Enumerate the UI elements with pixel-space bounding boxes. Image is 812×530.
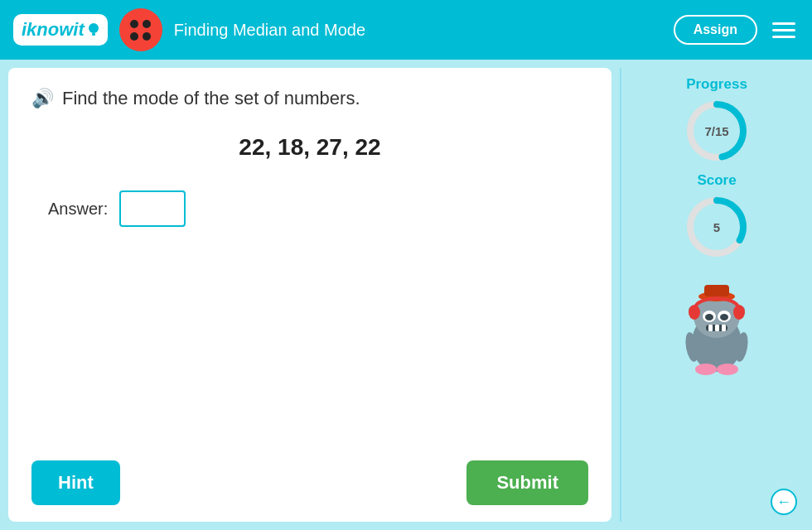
svg-point-15 [720,314,728,320]
logo-text: iknowit [22,19,85,41]
svg-point-0 [89,23,99,33]
progress-title: Progress [686,76,747,93]
score-title: Score [697,172,736,189]
svg-rect-20 [715,325,719,331]
lesson-icon [119,8,162,51]
progress-circle: 7/15 [684,98,750,164]
menu-icon [772,29,795,31]
question-row: 🔊 Find the mode of the set of numbers. [31,88,588,109]
svg-point-17 [733,305,745,320]
mascot [663,268,771,376]
answer-label: Answer: [48,200,108,219]
progress-section: Progress 7/15 [684,76,750,164]
back-button[interactable]: ← [771,489,797,515]
progress-value: 7/15 [704,124,728,138]
svg-point-14 [705,314,713,320]
back-icon: ← [776,494,791,511]
numbers-display: 22, 18, 27, 22 [31,134,588,161]
right-panel: Progress 7/15 Score [630,68,804,522]
submit-button[interactable]: Submit [466,460,588,505]
score-section: Score 5 [684,172,750,260]
question-text: Find the mode of the set of numbers. [62,88,360,109]
bulb-icon [88,22,99,37]
menu-button[interactable] [769,19,799,41]
answer-row: Answer: [48,190,588,227]
score-value: 5 [713,220,720,234]
svg-rect-21 [722,325,726,331]
sound-icon[interactable]: 🔊 [31,88,54,109]
svg-rect-19 [708,325,713,331]
hint-button[interactable]: Hint [31,460,120,505]
answer-input[interactable] [119,190,186,227]
lesson-title: Finding Median and Mode [174,21,662,40]
question-panel: 🔊 Find the mode of the set of numbers. 2… [8,68,611,522]
score-circle: 5 [684,194,750,260]
menu-icon [772,36,795,38]
assign-button[interactable]: Assign [674,15,757,45]
main-content: 🔊 Find the mode of the set of numbers. 2… [0,60,812,530]
svg-rect-9 [704,285,729,296]
bottom-bar: Hint Submit [31,460,588,505]
divider [620,68,621,522]
svg-point-16 [689,305,700,320]
menu-icon [772,22,795,25]
logo: iknowit [13,14,108,46]
header: iknowit Finding Median and Mode Assign [0,0,812,60]
svg-point-24 [695,364,717,375]
svg-point-25 [717,364,738,375]
stats-panel: Progress 7/15 Score [630,68,804,384]
svg-rect-1 [92,33,95,36]
dice-dots [130,20,151,41]
